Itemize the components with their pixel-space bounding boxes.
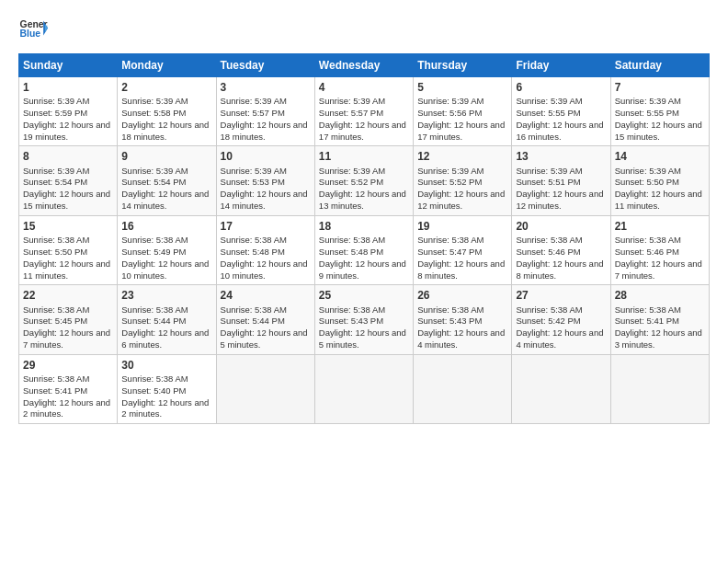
sunrise-text: Sunrise: 5:38 AM: [121, 373, 188, 384]
calendar-page: General Blue SundayMondayTuesdayWednesda…: [0, 0, 728, 563]
sunrise-text: Sunrise: 5:39 AM: [615, 166, 681, 176]
calendar-cell: 11Sunrise: 5:39 AMSunset: 5:52 PMDayligh…: [314, 146, 413, 215]
calendar-cell: 2Sunrise: 5:39 AMSunset: 5:58 PMDaylight…: [118, 77, 216, 146]
day-number: 22: [23, 288, 113, 303]
calendar-cell: 9Sunrise: 5:39 AMSunset: 5:54 PMDaylight…: [118, 146, 216, 215]
sunrise-text: Sunrise: 5:38 AM: [319, 235, 385, 245]
calendar-cell: 19Sunrise: 5:38 AMSunset: 5:47 PMDayligh…: [414, 215, 512, 284]
logo-icon: General Blue: [18, 15, 48, 44]
calendar-cell: 27Sunrise: 5:38 AMSunset: 5:42 PMDayligh…: [512, 285, 610, 354]
sunrise-text: Sunrise: 5:38 AM: [23, 373, 89, 384]
daylight-text: Daylight: 12 hours and 14 minutes.: [221, 189, 308, 211]
sunrise-text: Sunrise: 5:38 AM: [615, 304, 681, 315]
sunset-text: Sunset: 5:57 PM: [221, 108, 285, 118]
sunset-text: Sunset: 5:50 PM: [23, 247, 87, 257]
sunset-text: Sunset: 5:45 PM: [23, 316, 87, 326]
sunset-text: Sunset: 5:55 PM: [615, 108, 679, 118]
calendar-cell: [512, 354, 610, 423]
sunrise-text: Sunrise: 5:39 AM: [319, 96, 385, 106]
calendar-cell: [414, 354, 512, 423]
daylight-text: Daylight: 12 hours and 2 minutes.: [121, 397, 209, 419]
sunrise-text: Sunrise: 5:39 AM: [121, 96, 188, 106]
sunset-text: Sunset: 5:46 PM: [516, 247, 580, 257]
sunrise-text: Sunrise: 5:38 AM: [121, 235, 188, 245]
sunrise-text: Sunrise: 5:38 AM: [121, 304, 188, 315]
calendar-cell: 22Sunrise: 5:38 AMSunset: 5:45 PMDayligh…: [19, 285, 118, 354]
daylight-text: Daylight: 12 hours and 15 minutes.: [615, 120, 702, 142]
calendar-week-row: 29Sunrise: 5:38 AMSunset: 5:41 PMDayligh…: [19, 354, 710, 423]
calendar-cell: 24Sunrise: 5:38 AMSunset: 5:44 PMDayligh…: [216, 285, 314, 354]
daylight-text: Daylight: 12 hours and 18 minutes.: [221, 120, 308, 142]
calendar-header-cell: Thursday: [414, 54, 512, 77]
sunset-text: Sunset: 5:51 PM: [516, 177, 580, 187]
calendar-cell: 25Sunrise: 5:38 AMSunset: 5:43 PMDayligh…: [314, 285, 413, 354]
day-number: 7: [615, 80, 705, 95]
sunset-text: Sunset: 5:41 PM: [615, 316, 679, 326]
day-number: 4: [319, 80, 409, 95]
daylight-text: Daylight: 12 hours and 19 minutes.: [23, 120, 110, 142]
day-number: 1: [23, 80, 113, 95]
daylight-text: Daylight: 12 hours and 9 minutes.: [319, 259, 406, 281]
day-number: 21: [615, 219, 705, 234]
sunset-text: Sunset: 5:44 PM: [121, 316, 186, 326]
calendar-cell: 29Sunrise: 5:38 AMSunset: 5:41 PMDayligh…: [19, 354, 118, 423]
sunset-text: Sunset: 5:59 PM: [23, 108, 87, 118]
sunrise-text: Sunrise: 5:38 AM: [417, 304, 483, 315]
calendar-cell: 23Sunrise: 5:38 AMSunset: 5:44 PMDayligh…: [118, 285, 216, 354]
calendar-cell: 16Sunrise: 5:38 AMSunset: 5:49 PMDayligh…: [118, 215, 216, 284]
sunrise-text: Sunrise: 5:39 AM: [516, 166, 582, 176]
calendar-cell: 6Sunrise: 5:39 AMSunset: 5:55 PMDaylight…: [512, 77, 610, 146]
calendar-header-cell: Monday: [118, 54, 216, 77]
svg-text:Blue: Blue: [20, 29, 41, 39]
calendar-cell: 30Sunrise: 5:38 AMSunset: 5:40 PMDayligh…: [118, 354, 216, 423]
day-number: 10: [221, 149, 311, 164]
day-number: 5: [417, 80, 507, 95]
calendar-cell: 14Sunrise: 5:39 AMSunset: 5:50 PMDayligh…: [610, 146, 709, 215]
calendar-cell: 13Sunrise: 5:39 AMSunset: 5:51 PMDayligh…: [512, 146, 610, 215]
calendar-header-cell: Tuesday: [216, 54, 314, 77]
sunset-text: Sunset: 5:56 PM: [417, 108, 482, 118]
day-number: 15: [23, 219, 113, 234]
day-number: 28: [615, 288, 705, 303]
day-number: 8: [23, 149, 113, 164]
sunset-text: Sunset: 5:52 PM: [417, 177, 482, 187]
sunset-text: Sunset: 5:52 PM: [319, 177, 383, 187]
daylight-text: Daylight: 12 hours and 10 minutes.: [121, 259, 209, 281]
daylight-text: Daylight: 12 hours and 18 minutes.: [121, 120, 209, 142]
sunset-text: Sunset: 5:54 PM: [121, 177, 186, 187]
sunrise-text: Sunrise: 5:38 AM: [319, 304, 385, 315]
calendar-week-row: 1Sunrise: 5:39 AMSunset: 5:59 PMDaylight…: [19, 77, 710, 146]
sunset-text: Sunset: 5:50 PM: [615, 177, 679, 187]
calendar-cell: 21Sunrise: 5:38 AMSunset: 5:46 PMDayligh…: [610, 215, 709, 284]
day-number: 17: [221, 219, 311, 234]
day-number: 6: [516, 80, 606, 95]
day-number: 19: [417, 219, 507, 234]
sunset-text: Sunset: 5:42 PM: [516, 316, 580, 326]
sunrise-text: Sunrise: 5:38 AM: [516, 235, 582, 245]
day-number: 16: [121, 219, 211, 234]
sunrise-text: Sunrise: 5:39 AM: [221, 166, 287, 176]
calendar-cell: 12Sunrise: 5:39 AMSunset: 5:52 PMDayligh…: [414, 146, 512, 215]
sunrise-text: Sunrise: 5:39 AM: [615, 96, 681, 106]
daylight-text: Daylight: 12 hours and 5 minutes.: [319, 327, 406, 350]
sunset-text: Sunset: 5:53 PM: [221, 177, 285, 187]
calendar-cell: 3Sunrise: 5:39 AMSunset: 5:57 PMDaylight…: [216, 77, 314, 146]
day-number: 13: [516, 149, 606, 164]
sunrise-text: Sunrise: 5:39 AM: [417, 96, 483, 106]
day-number: 27: [516, 288, 606, 303]
calendar-cell: 4Sunrise: 5:39 AMSunset: 5:57 PMDaylight…: [314, 77, 413, 146]
calendar-cell: 17Sunrise: 5:38 AMSunset: 5:48 PMDayligh…: [216, 215, 314, 284]
calendar-cell: 7Sunrise: 5:39 AMSunset: 5:55 PMDaylight…: [610, 77, 709, 146]
sunrise-text: Sunrise: 5:38 AM: [221, 304, 287, 315]
header: General Blue: [18, 15, 710, 44]
sunset-text: Sunset: 5:40 PM: [121, 385, 186, 396]
calendar-header-cell: Wednesday: [314, 54, 413, 77]
sunrise-text: Sunrise: 5:38 AM: [23, 235, 89, 245]
daylight-text: Daylight: 12 hours and 13 minutes.: [319, 189, 406, 211]
sunset-text: Sunset: 5:48 PM: [319, 247, 383, 257]
daylight-text: Daylight: 12 hours and 8 minutes.: [417, 259, 505, 281]
day-number: 24: [221, 288, 311, 303]
sunset-text: Sunset: 5:43 PM: [319, 316, 383, 326]
calendar-body: 1Sunrise: 5:39 AMSunset: 5:59 PMDaylight…: [19, 77, 710, 424]
calendar-cell: 18Sunrise: 5:38 AMSunset: 5:48 PMDayligh…: [314, 215, 413, 284]
